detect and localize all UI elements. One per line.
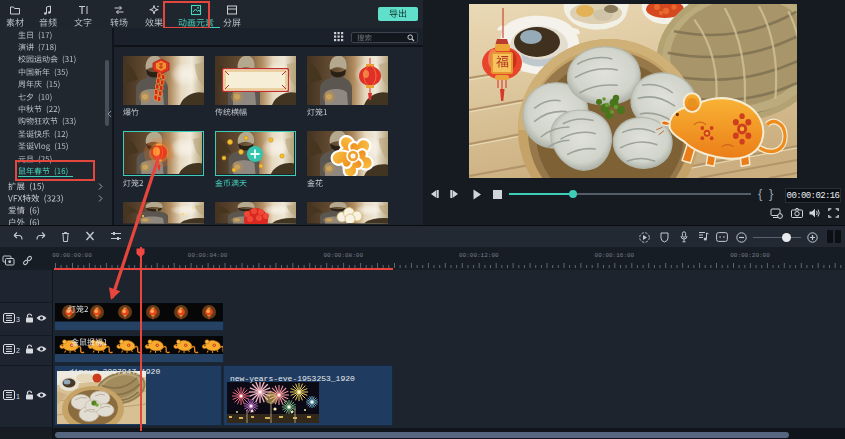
svg-text:3: 3 <box>16 316 20 323</box>
svg-text:1: 1 <box>16 393 20 400</box>
svg-text:2: 2 <box>16 347 20 354</box>
